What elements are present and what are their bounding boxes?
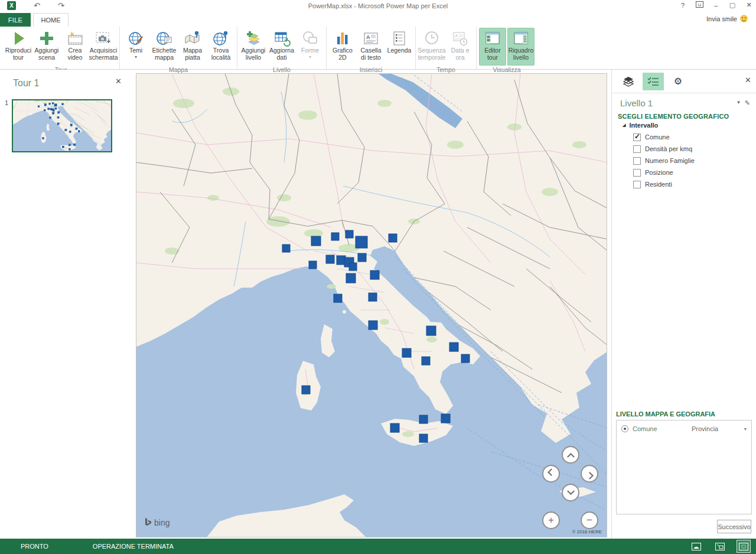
chart-2d-button[interactable]: Grafico 2D bbox=[329, 28, 356, 66]
field-row-posizione[interactable]: Posizione bbox=[633, 167, 695, 178]
map-data-point bbox=[331, 233, 339, 240]
fullscreen-button[interactable] bbox=[737, 540, 750, 552]
ribbon-group-livello: Aggiungi livello Aggiorna dati Forme ▾ L… bbox=[237, 27, 327, 69]
globe-labels-icon bbox=[155, 30, 174, 47]
geo-level-select[interactable]: Provincia bbox=[692, 425, 740, 432]
title-bar: X ↶ ↷ PowerMap.xlsx - Microsoft Power Ma… bbox=[0, 0, 756, 12]
button-label: Forme bbox=[301, 47, 319, 54]
maximize-button[interactable]: ▢ bbox=[728, 1, 737, 9]
checkbox[interactable] bbox=[633, 133, 641, 141]
text-box-button[interactable]: A Casella di testo bbox=[357, 28, 384, 66]
map-labels-button[interactable]: Etichette mappa bbox=[151, 28, 178, 66]
send-smile-button[interactable]: Invia smile bbox=[706, 15, 748, 22]
next-button[interactable]: Successivo bbox=[717, 520, 751, 533]
map-data-point bbox=[302, 386, 310, 394]
create-video-button[interactable]: Crea video bbox=[61, 28, 89, 66]
capture-screen-button[interactable]: Acquisisci schermata bbox=[90, 28, 117, 66]
minimize-button[interactable]: – bbox=[711, 2, 721, 9]
tree-node-intervallo[interactable]: ◢ Intervallo bbox=[623, 122, 658, 129]
field-label: Densità per kmq bbox=[645, 145, 692, 152]
timeline-button: Sequenza temporale bbox=[418, 28, 445, 66]
find-location-button[interactable]: Trova località bbox=[207, 28, 234, 66]
checkbox[interactable] bbox=[633, 169, 641, 177]
map-data-point bbox=[346, 273, 356, 283]
ribbon-group-inserisci: Grafico 2D A Casella di testo Legenda In… bbox=[327, 27, 416, 69]
text-box-icon: A bbox=[361, 30, 380, 47]
button-label: Editor tour bbox=[480, 47, 506, 61]
button-label: Crea video bbox=[62, 47, 88, 61]
tour-title: Tour 1 bbox=[13, 78, 39, 89]
tab-settings[interactable]: ⚙ bbox=[667, 73, 689, 90]
button-label: Sequenza temporale bbox=[418, 47, 445, 61]
legend-button[interactable]: Legenda bbox=[386, 28, 413, 66]
layer-rename-icon[interactable]: ✎ bbox=[745, 99, 750, 107]
map-data-point bbox=[349, 263, 357, 271]
status-message: OPERAZIONE TERMINATA bbox=[93, 543, 174, 550]
field-list: Comune Densità per kmq Numero Famiglie P… bbox=[633, 131, 695, 190]
field-row-comune[interactable]: Comune bbox=[633, 131, 695, 143]
themes-button[interactable]: Temi ▾ bbox=[122, 28, 149, 66]
date-time-button: A Data e ora bbox=[447, 28, 474, 66]
chevron-down-icon bbox=[567, 487, 575, 495]
chevron-down-icon[interactable]: ▾ bbox=[744, 426, 747, 432]
feedback-window-icon[interactable] bbox=[695, 1, 704, 9]
layer-pane-button[interactable]: Riquadro livello bbox=[507, 28, 535, 66]
field-row-residenti[interactable]: Residenti bbox=[633, 178, 695, 190]
button-label: Grafico 2D bbox=[330, 47, 356, 61]
button-label: Riproduci tour bbox=[5, 47, 31, 61]
globe-brush-icon bbox=[126, 30, 145, 47]
tab-file[interactable]: FILE bbox=[0, 13, 31, 27]
close-button[interactable]: ✕ bbox=[744, 1, 754, 9]
pan-down-button[interactable] bbox=[562, 484, 579, 501]
add-scene-button[interactable]: Aggiungi scena bbox=[33, 28, 60, 66]
layer-panel: ⚙ ✕ Livello 1 ▾ ✎ SCEGLI ELEMENTO GEOGRA… bbox=[611, 70, 756, 539]
date-time-icon: A bbox=[451, 30, 470, 47]
tab-field-list[interactable] bbox=[643, 73, 664, 90]
refresh-data-button[interactable]: Aggiorna dati bbox=[268, 28, 295, 66]
field-row-famiglie[interactable]: Numero Famiglie bbox=[633, 155, 695, 167]
checkbox[interactable] bbox=[633, 181, 641, 188]
svg-text:A: A bbox=[366, 34, 370, 40]
resize-window-button[interactable] bbox=[713, 540, 726, 552]
chevron-right-icon bbox=[586, 471, 594, 479]
layers-icon bbox=[623, 76, 634, 87]
scene-thumbnail[interactable] bbox=[12, 99, 112, 152]
pan-up-button[interactable] bbox=[562, 446, 579, 464]
pan-right-button[interactable] bbox=[581, 465, 598, 483]
map bbox=[136, 74, 607, 537]
tab-home[interactable]: HOME bbox=[33, 13, 69, 27]
background-image-button[interactable] bbox=[690, 540, 703, 552]
camera-icon bbox=[94, 30, 113, 47]
tour-editor-button[interactable]: Editor tour bbox=[479, 28, 506, 66]
status-bar: PRONTO OPERAZIONE TERMINATA bbox=[0, 539, 756, 554]
tour-editor-icon bbox=[483, 30, 502, 47]
checkbox[interactable] bbox=[633, 157, 641, 165]
help-button[interactable]: ? bbox=[678, 2, 687, 9]
ribbon-group-visualizza: Editor tour Riquadro livello Visualizza bbox=[477, 27, 537, 69]
zoom-out-button[interactable]: − bbox=[581, 511, 598, 529]
field-row-densita[interactable]: Densità per kmq bbox=[633, 143, 695, 155]
map-copyright: © 2016 HERE bbox=[572, 529, 602, 535]
play-tour-button[interactable]: Riproduci tour bbox=[5, 28, 32, 66]
plus-icon bbox=[37, 30, 56, 47]
status-ready: PRONTO bbox=[21, 543, 48, 550]
tab-layers[interactable] bbox=[618, 73, 639, 90]
add-layer-button[interactable]: Aggiungi livello bbox=[240, 28, 267, 66]
tour-panel-close-icon[interactable]: ✕ bbox=[115, 77, 122, 86]
map-data-point bbox=[334, 294, 342, 302]
geo-mapping-row[interactable]: Comune Provincia ▾ bbox=[617, 421, 751, 432]
pan-left-button[interactable] bbox=[542, 465, 560, 483]
chevron-up-icon bbox=[567, 452, 575, 460]
layer-caret-icon[interactable]: ▾ bbox=[737, 99, 740, 107]
map-canvas[interactable]: + − bing © 2016 HERE bbox=[136, 73, 607, 537]
zoom-in-button[interactable]: + bbox=[542, 511, 560, 529]
tour-editor-panel: Tour 1 ✕ 1 bbox=[0, 70, 136, 539]
layer-pane-icon bbox=[511, 30, 530, 47]
layer-panel-close-icon[interactable]: ✕ bbox=[745, 76, 751, 84]
bing-icon bbox=[145, 518, 152, 527]
radio-selected-icon[interactable] bbox=[621, 425, 628, 432]
map-data-point bbox=[370, 271, 379, 279]
checkbox[interactable] bbox=[633, 145, 641, 153]
flat-map-button[interactable]: Mappa piatta bbox=[179, 28, 206, 66]
field-label: Comune bbox=[645, 133, 670, 141]
